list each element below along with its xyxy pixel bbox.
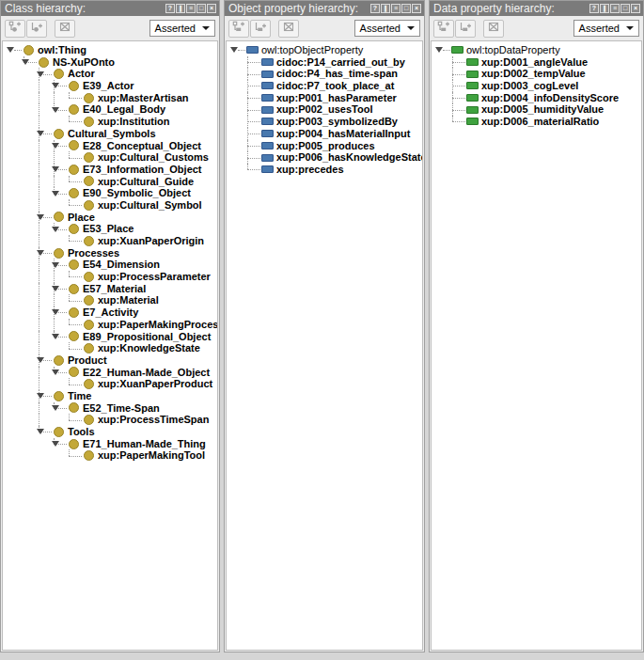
tree-node[interactable]: E52_Time-Span <box>7 402 217 415</box>
tree-node[interactable]: xup:precedes <box>230 164 422 176</box>
add-sibling-property-button[interactable] <box>250 20 271 38</box>
split-horizontal-icon[interactable]: ≡ <box>391 4 401 13</box>
split-vertical-icon[interactable]: ∥ <box>381 4 390 13</box>
add-sub-property-button[interactable] <box>228 20 249 38</box>
tree-node[interactable]: xup:D004_infoDensityScore <box>435 92 641 104</box>
tree-node[interactable]: cidoc:P7_took_place_at <box>230 80 422 92</box>
tree-node[interactable]: E57_Material <box>7 283 217 295</box>
close-icon[interactable]: × <box>631 4 640 13</box>
expand-arrow-icon[interactable] <box>52 191 59 196</box>
add-sub-property-button[interactable] <box>433 20 454 38</box>
split-vertical-icon[interactable]: ∥ <box>176 4 185 13</box>
delete-property-button[interactable] <box>483 20 504 38</box>
tree-node[interactable]: xup:P006_hasKnowledgeState <box>230 151 422 164</box>
tree-node[interactable]: Cultural_Symbols <box>7 128 217 140</box>
expand-arrow-icon[interactable] <box>52 441 59 447</box>
tree-node[interactable]: E89_Propositional_Object <box>7 331 217 343</box>
help-icon[interactable]: ? <box>165 4 175 13</box>
tree-node[interactable]: xup:KnowledgeState <box>7 342 217 354</box>
expand-arrow-icon[interactable] <box>230 47 238 53</box>
expand-arrow-icon[interactable] <box>22 59 29 65</box>
expand-arrow-icon[interactable] <box>52 83 59 88</box>
tree-node[interactable]: Time <box>7 390 217 402</box>
float-icon[interactable]: □ <box>620 4 630 13</box>
tree-node[interactable]: xup:Material <box>7 294 217 306</box>
expand-arrow-icon[interactable] <box>37 131 44 136</box>
tree-node[interactable]: xup:Cultural_Symbol <box>7 199 217 212</box>
tree-node[interactable]: xup:PaperMakingProcess <box>7 319 217 331</box>
tree-node[interactable]: xup:Institution <box>7 116 217 128</box>
expand-arrow-icon[interactable] <box>52 227 59 232</box>
tree-node[interactable]: xup:Cultural_Guide <box>7 176 217 188</box>
expand-arrow-icon[interactable] <box>37 71 44 77</box>
tree-node[interactable]: owl:Thing <box>7 44 217 56</box>
tree-node[interactable]: xup:XuanPaperProduct <box>7 378 217 390</box>
tree-node[interactable]: xup:MasterArtisan <box>7 92 217 104</box>
tree-node[interactable]: Processes <box>7 247 217 259</box>
tree-node[interactable]: xup:D005_humidityValue <box>435 103 641 116</box>
tree-node[interactable]: xup:ProcessParameter <box>7 271 217 283</box>
tree-node[interactable]: Actor <box>7 68 217 80</box>
add-sibling-class-button[interactable] <box>26 20 47 38</box>
expand-arrow-icon[interactable] <box>37 393 44 399</box>
view-selector-dropdown[interactable]: Asserted <box>573 20 639 37</box>
help-icon[interactable]: ? <box>370 4 380 13</box>
tree-node[interactable]: E90_Symbolic_Object <box>7 187 217 199</box>
tree-node[interactable]: Place <box>7 212 217 224</box>
add-sibling-property-button[interactable] <box>455 20 476 38</box>
tree-node[interactable]: E28_Conceptual_Object <box>7 140 217 152</box>
float-icon[interactable]: □ <box>196 4 206 13</box>
expand-arrow-icon[interactable] <box>37 250 44 256</box>
tree-node[interactable]: xup:P003_symbolizedBy <box>230 116 422 128</box>
expand-arrow-icon[interactable] <box>52 286 59 291</box>
tree-node[interactable]: E7_Activity <box>7 306 217 319</box>
view-selector-dropdown[interactable]: Asserted <box>354 20 420 37</box>
expand-arrow-icon[interactable] <box>52 143 59 149</box>
tree-node[interactable]: cidoc:P14_carried_out_by <box>230 56 422 69</box>
tree-node[interactable]: xup:XuanPaperOrigin <box>7 235 217 247</box>
tree-node[interactable]: xup:D003_cogLevel <box>435 80 641 92</box>
expand-arrow-icon[interactable] <box>37 357 44 363</box>
tree-node[interactable]: xup:D006_materialRatio <box>435 116 641 128</box>
tree-node[interactable]: E39_Actor <box>7 80 217 92</box>
float-icon[interactable]: □ <box>401 4 411 13</box>
view-selector-dropdown[interactable]: Asserted <box>149 20 215 37</box>
expand-arrow-icon[interactable] <box>7 47 14 53</box>
close-icon[interactable]: × <box>207 4 216 13</box>
tree-node[interactable]: xup:Cultural_Customs <box>7 151 217 164</box>
expand-arrow-icon[interactable] <box>52 405 59 411</box>
tree-node[interactable]: E71_Human-Made_Thing <box>7 438 217 450</box>
help-icon[interactable]: ? <box>589 4 599 13</box>
tree-node[interactable]: E54_Dimension <box>7 259 217 271</box>
split-horizontal-icon[interactable]: ≡ <box>186 4 196 13</box>
expand-arrow-icon[interactable] <box>52 107 59 113</box>
tree-node[interactable]: xup:ProcessTimeSpan <box>7 414 217 426</box>
delete-property-button[interactable] <box>278 20 299 38</box>
expand-arrow-icon[interactable] <box>52 166 59 172</box>
tree-node[interactable]: xup:PaperMakingTool <box>7 449 217 462</box>
tree-node[interactable]: Tools <box>7 426 217 438</box>
tree-node[interactable]: xup:P002_usesTool <box>230 103 422 116</box>
tree-node[interactable]: NS-XuPOnto <box>7 56 217 69</box>
expand-arrow-icon[interactable] <box>52 334 59 339</box>
tree-node[interactable]: owl:topObjectProperty <box>230 44 422 56</box>
tree-node[interactable]: Product <box>7 354 217 367</box>
tree-node[interactable]: xup:P004_hasMaterialInput <box>230 128 422 140</box>
expand-arrow-icon[interactable] <box>52 369 59 375</box>
tree-node[interactable]: xup:P001_hasParameter <box>230 92 422 104</box>
tree-node[interactable]: xup:P005_produces <box>230 140 422 152</box>
tree-node[interactable]: cidoc:P4_has_time-span <box>230 68 422 80</box>
add-subclass-button[interactable] <box>5 20 25 38</box>
tree-node[interactable]: owl:topDataProperty <box>435 44 641 56</box>
tree-node[interactable]: E53_Place <box>7 223 217 235</box>
split-vertical-icon[interactable]: ∥ <box>600 4 609 13</box>
expand-arrow-icon[interactable] <box>37 429 44 434</box>
tree-node[interactable]: E22_Human-Made_Object <box>7 367 217 379</box>
expand-arrow-icon[interactable] <box>52 309 59 315</box>
split-horizontal-icon[interactable]: ≡ <box>610 4 620 13</box>
tree-node[interactable]: xup:D001_angleValue <box>435 56 641 69</box>
close-icon[interactable]: × <box>412 4 421 13</box>
delete-class-button[interactable] <box>55 20 75 38</box>
tree-node[interactable]: xup:D002_tempValue <box>435 68 641 80</box>
expand-arrow-icon[interactable] <box>37 214 44 220</box>
